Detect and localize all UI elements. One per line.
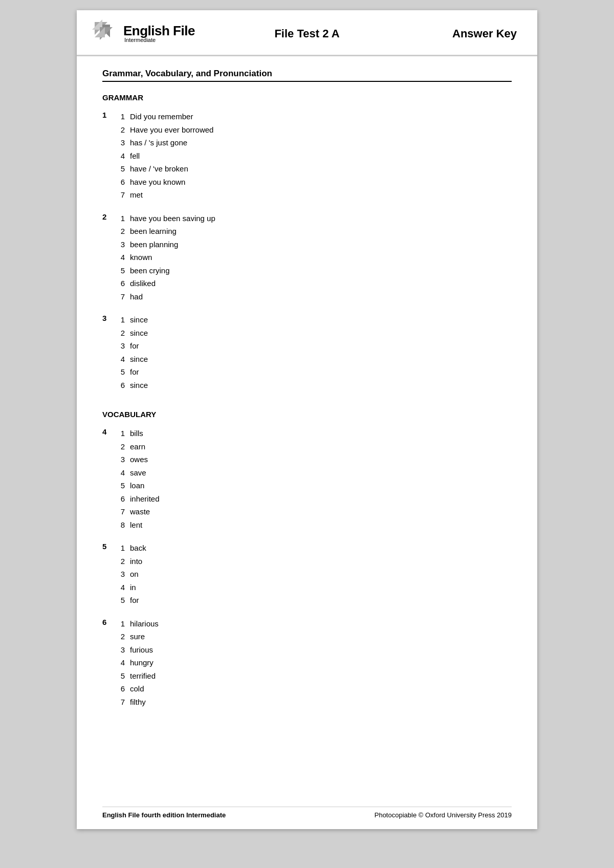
grammar-section: GRAMMAR 1 1Did you remember 2Have you ev… <box>102 93 512 392</box>
header-left: English File Intermediate <box>92 19 195 48</box>
question-number-5: 5 <box>102 541 117 607</box>
list-item: 5loan <box>117 479 160 492</box>
footer: English File fourth edition Intermediate… <box>102 807 512 819</box>
header: English File Intermediate File Test 2 A … <box>77 10 537 56</box>
list-item: 3been planning <box>117 238 215 251</box>
list-item: 5terrified <box>117 669 159 683</box>
list-item: 2been learning <box>117 225 215 238</box>
list-item: 2into <box>117 555 146 568</box>
main-title: Grammar, Vocabulary, and Pronunciation <box>102 69 512 82</box>
list-item: 1hilarious <box>117 617 159 631</box>
list-item: 4save <box>117 466 160 480</box>
list-item: 3has / 's just gone <box>117 136 213 149</box>
list-item: 1bills <box>117 427 160 440</box>
grammar-title: GRAMMAR <box>102 93 512 102</box>
answer-list-3: 1since 2since 3for 4since 5for 6since <box>117 313 148 392</box>
question-block-1: 1 1Did you remember 2Have you ever borro… <box>102 110 512 202</box>
list-item: 3for <box>117 339 148 353</box>
list-item: 7had <box>117 290 215 303</box>
list-item: 7waste <box>117 505 160 518</box>
list-item: 1Did you remember <box>117 110 213 123</box>
list-item: 4hungry <box>117 656 159 669</box>
list-item: 6disliked <box>117 277 215 290</box>
footer-left: English File fourth edition Intermediate <box>102 811 226 819</box>
list-item: 3owes <box>117 453 160 466</box>
question-block-3: 3 1since 2since 3for 4since 5for 6since <box>102 313 512 392</box>
list-item: 8lent <box>117 518 160 532</box>
list-item: 5been crying <box>117 264 215 277</box>
list-item: 4known <box>117 251 215 264</box>
logo-sub: Intermediate <box>124 37 195 43</box>
list-item: 1have you been saving up <box>117 212 215 225</box>
footer-right: Photocopiable © Oxford University Press … <box>375 811 512 819</box>
question-number-1: 1 <box>102 110 117 202</box>
header-title: File Test 2 A <box>274 27 339 40</box>
list-item: 7met <box>117 188 213 202</box>
list-item: 6inherited <box>117 492 160 506</box>
list-item: 3furious <box>117 643 159 657</box>
list-item: 6cold <box>117 682 159 696</box>
answer-list-2: 1have you been saving up 2been learning … <box>117 212 215 303</box>
content: Grammar, Vocabulary, and Pronunciation G… <box>77 56 537 739</box>
question-block-5: 5 1back 2into 3on 4in 5for <box>102 541 512 607</box>
answer-list-1: 1Did you remember 2Have you ever borrowe… <box>117 110 213 202</box>
list-item: 6have you known <box>117 176 213 189</box>
logo-brand: English File <box>123 24 195 37</box>
question-number-2: 2 <box>102 212 117 303</box>
vocabulary-section: VOCABULARY 4 1bills 2earn 3owes 4save 5l… <box>102 410 512 708</box>
list-item: 6since <box>117 379 148 392</box>
list-item: 4fell <box>117 149 213 163</box>
list-item: 4in <box>117 581 146 594</box>
question-block-2: 2 1have you been saving up 2been learnin… <box>102 212 512 303</box>
list-item: 5have / 've broken <box>117 162 213 176</box>
list-item: 4since <box>117 353 148 366</box>
question-block-4: 4 1bills 2earn 3owes 4save 5loan 6inheri… <box>102 427 512 531</box>
vocabulary-title: VOCABULARY <box>102 410 512 419</box>
question-number-4: 4 <box>102 427 117 531</box>
question-block-6: 6 1hilarious 2sure 3furious 4hungry 5ter… <box>102 617 512 709</box>
list-item: 2earn <box>117 440 160 453</box>
list-item: 2sure <box>117 630 159 643</box>
list-item: 1since <box>117 313 148 327</box>
page: English File Intermediate File Test 2 A … <box>77 10 537 829</box>
header-answer-key: Answer Key <box>452 27 517 40</box>
list-item: 5for <box>117 365 148 379</box>
question-number-3: 3 <box>102 313 117 392</box>
list-item: 7filthy <box>117 696 159 709</box>
logo-graphic <box>92 19 120 48</box>
answer-list-5: 1back 2into 3on 4in 5for <box>117 541 146 607</box>
logo-text: English File Intermediate <box>123 24 195 43</box>
list-item: 2Have you ever borrowed <box>117 123 213 137</box>
list-item: 5for <box>117 594 146 607</box>
list-item: 1back <box>117 541 146 555</box>
list-item: 2since <box>117 327 148 340</box>
question-number-6: 6 <box>102 617 117 709</box>
list-item: 3on <box>117 568 146 581</box>
answer-list-4: 1bills 2earn 3owes 4save 5loan 6inherite… <box>117 427 160 531</box>
answer-list-6: 1hilarious 2sure 3furious 4hungry 5terri… <box>117 617 159 709</box>
